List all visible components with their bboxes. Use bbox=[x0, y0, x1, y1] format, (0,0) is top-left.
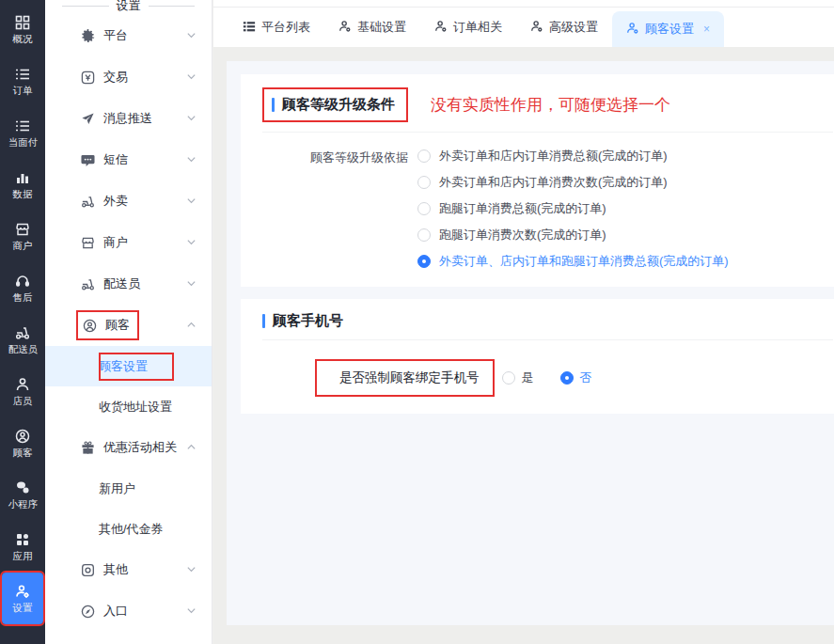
user-gear-icon bbox=[338, 20, 352, 36]
user-gear-icon bbox=[626, 22, 639, 38]
radio-icon[interactable] bbox=[417, 176, 431, 189]
radio-icon[interactable] bbox=[502, 371, 515, 385]
trade-icon bbox=[80, 70, 95, 85]
topbar-edge bbox=[213, 0, 834, 8]
tab-basic-settings[interactable]: 基础设置 bbox=[324, 8, 420, 47]
field-label: 顾客等级升级依据 bbox=[262, 148, 408, 270]
tab-customer-settings[interactable]: 顾客设置 × bbox=[612, 11, 724, 47]
close-tab-icon[interactable]: × bbox=[703, 23, 710, 36]
sidebar-item-overview[interactable]: 概况 bbox=[0, 4, 45, 55]
sidebar-item-orders[interactable]: 订单 bbox=[0, 55, 45, 107]
section-title: 顾客手机号 bbox=[273, 312, 343, 330]
radio-selected-icon[interactable] bbox=[417, 255, 431, 268]
radio-option[interactable]: 外卖订单和店内订单消费次数(完成的订单) bbox=[417, 174, 729, 191]
chat-bubbles-icon bbox=[15, 480, 30, 495]
menu-item-entry[interactable]: 入口 bbox=[45, 590, 212, 632]
menu-item-customer-settings[interactable]: 顾客设置 bbox=[45, 346, 212, 386]
send-icon bbox=[80, 111, 95, 126]
chevron-down-icon bbox=[186, 195, 197, 209]
menu-item-platform[interactable]: 平台 bbox=[45, 15, 212, 56]
card-customer-phone: 顾客手机号 是否强制顾客绑定手机号 是 否 bbox=[241, 299, 834, 414]
compass-icon bbox=[80, 604, 95, 619]
radio-icon[interactable] bbox=[417, 202, 431, 215]
sidebar-item-customer[interactable]: 顾客 bbox=[0, 417, 45, 469]
radio-option[interactable]: 跑腿订单消费次数(完成的订单) bbox=[417, 227, 729, 243]
sidebar-item-data[interactable]: 数据 bbox=[0, 159, 45, 211]
radio-option-yes[interactable]: 是 bbox=[502, 369, 534, 386]
scooter-icon bbox=[15, 325, 30, 340]
content-wrapper: 顾客等级升级条件 没有实质性作用，可随便选择一个 顾客等级升级依据 外卖订单和店… bbox=[227, 61, 834, 625]
menu-item-address-settings[interactable]: 收货地址设置 bbox=[45, 386, 212, 427]
store-icon bbox=[80, 235, 95, 250]
tab-order-related[interactable]: 订单相关 bbox=[420, 8, 516, 47]
tab-advanced-settings[interactable]: 高级设置 bbox=[516, 8, 612, 47]
radio-option-no-selected[interactable]: 否 bbox=[560, 369, 592, 386]
menu-item-courier[interactable]: 配送员 bbox=[45, 263, 212, 305]
gift-icon bbox=[80, 440, 95, 455]
sidebar-item-courier[interactable]: 配送员 bbox=[0, 314, 45, 366]
user-gear-icon bbox=[434, 20, 448, 36]
tab-bar: 平台列表 基础设置 订单相关 高级设置 顾客设置 × bbox=[213, 8, 834, 47]
accent-bar bbox=[272, 98, 275, 112]
person-circle-icon bbox=[15, 429, 30, 444]
chevron-up-icon bbox=[186, 319, 197, 333]
section-title-box: 顾客手机号 bbox=[262, 312, 343, 330]
primary-sidebar: 概况 订单 当面付 数据 商户 售后 配送员 店员 bbox=[0, 0, 45, 644]
sidebar-item-apps[interactable]: 应用 bbox=[0, 521, 45, 573]
section-header: 顾客等级升级条件 没有实质性作用，可随便选择一个 bbox=[262, 74, 833, 133]
user-gear-icon bbox=[15, 584, 30, 599]
tab-platform-list[interactable]: 平台列表 bbox=[228, 8, 324, 47]
menu-item-takeout[interactable]: 外卖 bbox=[45, 181, 212, 222]
sidebar-item-merchant[interactable]: 商户 bbox=[0, 211, 45, 262]
sidebar-item-miniprogram[interactable]: 小程序 bbox=[0, 469, 45, 521]
divider bbox=[149, 6, 196, 7]
chevron-down-icon bbox=[186, 236, 197, 250]
sidebar-item-aftersale[interactable]: 售后 bbox=[0, 262, 45, 314]
chevron-down-icon bbox=[186, 153, 197, 167]
menu-item-push[interactable]: 消息推送 bbox=[45, 98, 212, 139]
red-annotation-text: 没有实质性作用，可随便选择一个 bbox=[431, 94, 670, 116]
main-content: 平台列表 基础设置 订单相关 高级设置 顾客设置 × bbox=[213, 0, 834, 644]
sidebar-item-clerk[interactable]: 店员 bbox=[0, 366, 45, 417]
menu-item-sms[interactable]: 短信 bbox=[45, 139, 212, 181]
scooter-icon bbox=[80, 276, 95, 291]
submenu-header: 设置 bbox=[45, 0, 212, 15]
radio-option[interactable]: 跑腿订单消费总额(完成的订单) bbox=[417, 200, 729, 217]
section-title-box: 顾客等级升级条件 bbox=[262, 87, 408, 122]
upgrade-basis-field: 顾客等级升级依据 外卖订单和店内订单消费总额(完成的订单) 外卖订单和店内订单消… bbox=[262, 133, 834, 270]
person-icon bbox=[15, 377, 30, 392]
menu-item-trade[interactable]: 交易 bbox=[45, 56, 212, 98]
sidebar-item-facepay[interactable]: 当面付 bbox=[0, 107, 45, 159]
chevron-down-icon bbox=[186, 29, 197, 43]
radio-group-upgrade-basis: 外卖订单和店内订单消费总额(完成的订单) 外卖订单和店内订单消费次数(完成的订单… bbox=[417, 148, 729, 270]
section-title: 顾客等级升级条件 bbox=[282, 96, 395, 114]
store-icon bbox=[15, 222, 30, 237]
platform-list-icon bbox=[243, 20, 256, 36]
user-gear-icon bbox=[530, 20, 543, 36]
chevron-down-icon bbox=[186, 605, 197, 619]
chevron-down-icon bbox=[186, 563, 197, 577]
section-header: 顾客手机号 bbox=[262, 299, 833, 340]
menu-item-promotions[interactable]: 优惠活动相关 bbox=[45, 427, 212, 468]
submenu-title: 设置 bbox=[117, 0, 141, 14]
menu-item-customer[interactable]: 顾客 bbox=[45, 305, 212, 346]
menu-item-merchant[interactable]: 商户 bbox=[45, 222, 212, 263]
chevron-down-icon bbox=[186, 277, 197, 291]
menu-item-new-user[interactable]: 新用户 bbox=[45, 468, 212, 509]
target-icon bbox=[80, 562, 95, 577]
apps-grid-icon bbox=[15, 532, 30, 547]
person-circle-icon bbox=[82, 318, 97, 333]
radio-option[interactable]: 外卖订单和店内订单消费总额(完成的订单) bbox=[417, 148, 729, 165]
radio-icon[interactable] bbox=[417, 228, 431, 242]
sms-icon bbox=[80, 152, 95, 167]
menu-item-other-voucher[interactable]: 其他/代金券 bbox=[45, 509, 212, 549]
radio-option-selected[interactable]: 外卖订单、店内订单和跑腿订单消费总额(完成的订单) bbox=[417, 253, 729, 270]
radio-icon[interactable] bbox=[417, 149, 431, 163]
sidebar-item-settings[interactable]: 设置 bbox=[2, 573, 43, 624]
admin-settings-page: 概况 订单 当面付 数据 商户 售后 配送员 店员 bbox=[0, 0, 834, 644]
gear-icon bbox=[80, 28, 95, 43]
menu-item-other[interactable]: 其他 bbox=[45, 549, 212, 590]
radio-selected-icon[interactable] bbox=[560, 371, 574, 385]
chevron-down-icon bbox=[186, 112, 197, 126]
chevron-down-icon bbox=[186, 71, 197, 85]
